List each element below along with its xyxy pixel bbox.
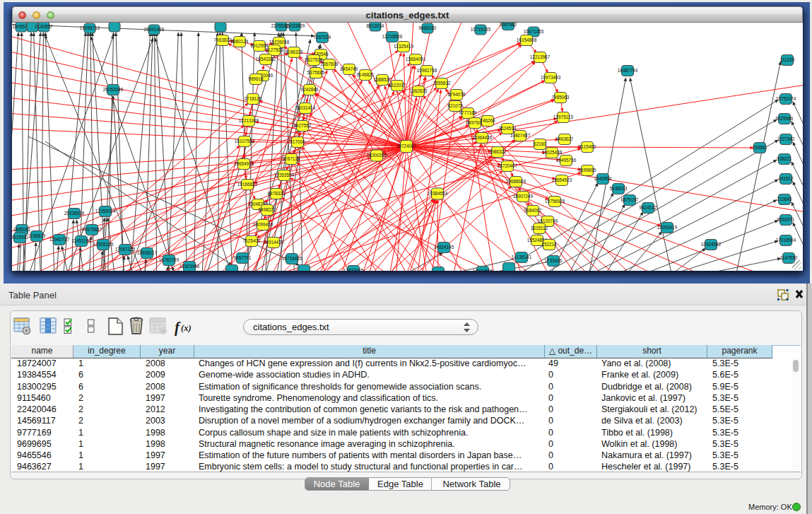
svg-text:8860124: 8860124 — [231, 39, 249, 44]
svg-text:18300295: 18300295 — [367, 153, 387, 158]
svg-text:2087682: 2087682 — [500, 23, 517, 27]
svg-text:26053346: 26053346 — [103, 87, 124, 92]
svg-text:6322037: 6322037 — [389, 83, 406, 88]
svg-text:8878332: 8878332 — [268, 191, 286, 196]
svg-text:12218506: 12218506 — [382, 34, 403, 39]
svg-text:6794078: 6794078 — [448, 92, 466, 97]
svg-text:2140557: 2140557 — [35, 24, 53, 29]
svg-text:10958117: 10958117 — [137, 250, 157, 255]
svg-text:9146821: 9146821 — [357, 72, 375, 77]
svg-text:9466160: 9466160 — [419, 25, 437, 30]
svg-text:12823445: 12823445 — [343, 268, 364, 271]
svg-text:10671355: 10671355 — [524, 29, 544, 34]
svg-text:1388520: 1388520 — [374, 77, 392, 82]
svg-text:9115460: 9115460 — [579, 144, 596, 149]
svg-text:1640954: 1640954 — [594, 176, 612, 181]
svg-text:441512: 441512 — [778, 176, 794, 181]
svg-text:14136141: 14136141 — [512, 255, 532, 259]
svg-text:111230: 111230 — [780, 57, 795, 62]
svg-text:10807487: 10807487 — [510, 133, 531, 138]
svg-text:7485063: 7485063 — [552, 95, 570, 100]
svg-text:9329966: 9329966 — [776, 116, 794, 121]
svg-text:20206516: 20206516 — [64, 211, 85, 216]
svg-text:5375685: 5375685 — [307, 70, 325, 75]
svg-text:16154808: 16154808 — [517, 37, 537, 42]
svg-text:11451194: 11451194 — [71, 238, 91, 243]
svg-text:9699695: 9699695 — [579, 168, 596, 173]
svg-text:12213967: 12213967 — [530, 54, 551, 59]
svg-text:12213369: 12213369 — [239, 118, 259, 123]
svg-text:15716485: 15716485 — [282, 256, 302, 261]
svg-text:10961758: 10961758 — [417, 68, 437, 73]
svg-text:9692971: 9692971 — [777, 217, 795, 222]
svg-text:1615112: 1615112 — [531, 226, 548, 230]
svg-text:10924505: 10924505 — [473, 269, 493, 271]
svg-text:9463627: 9463627 — [556, 136, 574, 141]
svg-text:12942737: 12942737 — [49, 237, 70, 242]
svg-text:10973493: 10973493 — [541, 75, 561, 80]
svg-text:f: f — [175, 319, 181, 336]
svg-text:20031414: 20031414 — [295, 105, 316, 110]
svg-text:10033809: 10033809 — [285, 23, 305, 28]
svg-text:210643: 210643 — [777, 197, 792, 201]
svg-text:18099489: 18099489 — [253, 222, 273, 227]
svg-text:8454749: 8454749 — [341, 66, 358, 71]
svg-text:19756928: 19756928 — [545, 199, 565, 204]
svg-text:18724007: 18724007 — [396, 144, 417, 148]
svg-text:1227342: 1227342 — [777, 136, 795, 141]
svg-text:16782759: 16782759 — [159, 257, 180, 262]
svg-text:16487794: 16487794 — [618, 68, 638, 73]
svg-text:1362635: 1362635 — [410, 88, 428, 93]
svg-text:989618: 989618 — [248, 76, 264, 81]
svg-text:7355812: 7355812 — [433, 81, 451, 86]
svg-text:17359924: 17359924 — [95, 209, 116, 214]
svg-text:19166822: 19166822 — [237, 182, 258, 187]
svg-text:7663822: 7663822 — [214, 37, 232, 42]
svg-text:20691406: 20691406 — [144, 27, 165, 32]
svg-text:10025438: 10025438 — [542, 150, 563, 155]
svg-text:9457791: 9457791 — [234, 255, 252, 260]
svg-text:10924502: 10924502 — [701, 242, 722, 247]
svg-text:8813014: 8813014 — [367, 23, 384, 28]
svg-text:10688609: 10688609 — [506, 179, 526, 184]
svg-text:13664091: 13664091 — [406, 57, 426, 62]
svg-text:938221: 938221 — [777, 156, 792, 161]
svg-text:917006: 917006 — [290, 139, 305, 144]
svg-text:7625402: 7625402 — [243, 238, 261, 243]
svg-text:1485061: 1485061 — [13, 227, 31, 232]
svg-text:5938923: 5938923 — [610, 186, 628, 191]
svg-text:3267130: 3267130 — [283, 156, 300, 161]
svg-text:159581: 159581 — [752, 145, 767, 150]
svg-text:3624514: 3624514 — [499, 126, 517, 131]
svg-text:2367608: 2367608 — [321, 62, 339, 66]
svg-text:12923466: 12923466 — [180, 264, 200, 269]
svg-text:62160: 62160 — [534, 141, 546, 146]
svg-text:8427552: 8427552 — [294, 123, 312, 128]
svg-text:9424512: 9424512 — [640, 205, 657, 210]
svg-text:16914479: 16914479 — [264, 240, 284, 245]
svg-text:19654915: 19654915 — [234, 161, 254, 166]
svg-text:15226058: 15226058 — [269, 40, 290, 45]
svg-text:19495756: 19495756 — [556, 158, 577, 163]
svg-text:17016504: 17016504 — [776, 238, 796, 243]
svg-text:10107552: 10107552 — [235, 139, 255, 144]
svg-text:16093419: 16093419 — [657, 225, 678, 230]
svg-text:252214: 252214 — [541, 242, 557, 247]
svg-text:6498222: 6498222 — [259, 207, 276, 212]
svg-text:746266: 746266 — [480, 118, 495, 123]
svg-text:6879197: 6879197 — [621, 197, 639, 202]
svg-text:20364436: 20364436 — [472, 135, 493, 140]
svg-text:12353594: 12353594 — [274, 173, 295, 177]
svg-text:821072: 821072 — [447, 103, 463, 108]
svg-text:19384554: 19384554 — [428, 191, 448, 196]
svg-text:17957225: 17957225 — [115, 247, 136, 252]
svg-text:13055712: 13055712 — [80, 25, 100, 30]
svg-text:90975887: 90975887 — [82, 227, 102, 232]
svg-text:7357224: 7357224 — [314, 35, 331, 40]
svg-text:15751074: 15751074 — [776, 96, 796, 101]
svg-text:1733426: 1733426 — [545, 258, 563, 263]
svg-text:8186323: 8186323 — [286, 49, 303, 54]
svg-text:9242848: 9242848 — [301, 87, 319, 92]
svg-text:14824145: 14824145 — [434, 245, 454, 250]
svg-text:(x): (x) — [181, 323, 192, 333]
